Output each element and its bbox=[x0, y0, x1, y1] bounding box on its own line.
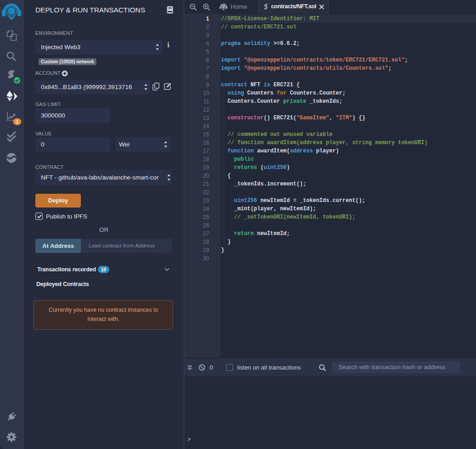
svg-text:1: 1 bbox=[16, 119, 19, 124]
